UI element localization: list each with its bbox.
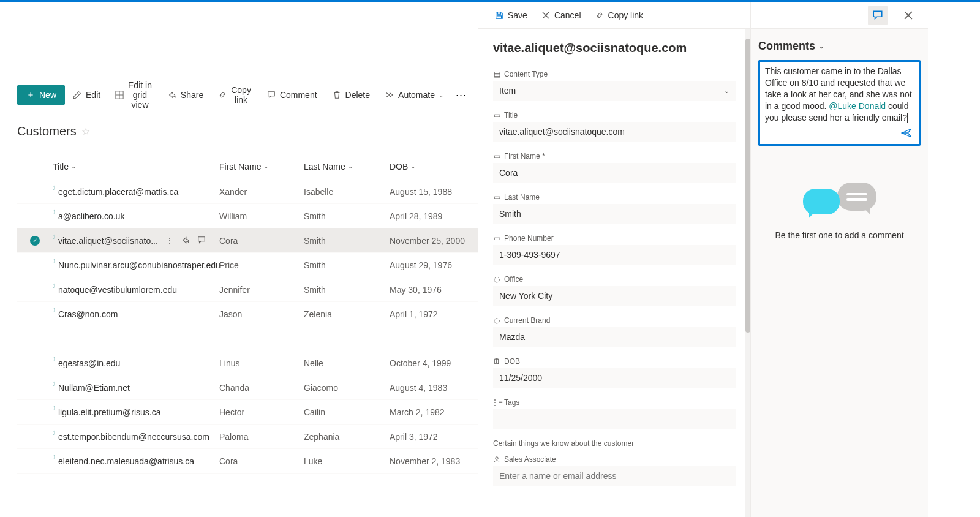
row-share-icon[interactable] [181, 236, 190, 246]
col-dob[interactable]: DOB⌄ [390, 162, 478, 172]
copy-link-button[interactable]: Copy link [589, 7, 650, 24]
sales-associate-input[interactable] [493, 466, 736, 486]
cancel-button[interactable]: Cancel [535, 7, 587, 24]
row-last-name: Smith [304, 285, 390, 295]
item-indicator-icon: ⤴ [53, 258, 56, 265]
row-title[interactable]: ligula.elit.pretium@risus.ca [58, 407, 161, 417]
list-toolbar: ＋ New Edit Edit in grid view Share [17, 81, 472, 108]
customers-table: Title⌄ First Name⌄ Last Name⌄ DOB⌄ ⤴eget… [17, 154, 478, 517]
comment-input-box[interactable]: This customer came in to the Dallas Offi… [758, 60, 921, 146]
row-dob: November 25, 2000 [390, 236, 478, 246]
row-title[interactable]: Cras@non.com [58, 309, 118, 319]
choice-icon: ◌ [493, 276, 500, 283]
automate-button[interactable]: Automate ⌄ [377, 86, 451, 104]
phone-input[interactable] [493, 245, 736, 265]
first-name-input[interactable] [493, 163, 736, 183]
row-title[interactable]: est.tempor.bibendum@neccursusa.com [58, 432, 209, 442]
col-last-name[interactable]: Last Name⌄ [304, 162, 390, 172]
comment-draft-text: This customer came in to the Dallas Offi… [765, 66, 914, 126]
table-row[interactable]: ⤴est.tempor.bibendum@neccursusa.comPalom… [17, 425, 478, 449]
item-indicator-icon: ⤴ [53, 308, 56, 314]
item-indicator-icon: ⤴ [53, 283, 56, 289]
item-indicator-icon: ⤴ [53, 185, 56, 191]
row-first-name: William [219, 211, 304, 221]
row-last-name: Zelenia [304, 309, 390, 319]
row-first-name: Cora [219, 456, 304, 466]
table-row[interactable]: ⤴Nunc.pulvinar.arcu@conubianostraper.edu… [17, 253, 478, 277]
dob-input[interactable] [493, 368, 736, 388]
title-input[interactable] [493, 122, 736, 142]
row-title[interactable]: vitae.aliquet@sociisnato... [58, 236, 158, 246]
table-row[interactable]: ⤴ligula.elit.pretium@risus.caHectorCaili… [17, 400, 478, 425]
col-first-name[interactable]: First Name⌄ [219, 162, 304, 172]
copy-link-button[interactable]: Copy link [211, 81, 259, 108]
field-label: Content Type [504, 70, 548, 78]
row-last-name: Isabelle [304, 187, 390, 197]
row-title[interactable]: Nullam@Etiam.net [58, 383, 130, 393]
pencil-icon [72, 90, 82, 100]
row-comment-icon[interactable] [197, 236, 206, 246]
text-icon: ▭ [493, 194, 500, 201]
more-button[interactable]: ··· [451, 86, 472, 104]
link-icon [595, 10, 605, 20]
chevron-down-icon: ⌄ [263, 163, 268, 170]
brand-input[interactable] [493, 327, 736, 347]
choice-icon: ◌ [493, 317, 500, 324]
table-row[interactable]: ⤴eget.dictum.placerat@mattis.caXanderIsa… [17, 179, 478, 204]
comment-icon [266, 90, 276, 100]
office-input[interactable] [493, 286, 736, 306]
item-indicator-icon: ⤴ [53, 209, 56, 216]
favorite-star-icon[interactable]: ☆ [81, 126, 90, 137]
chevron-down-icon: ⌄ [71, 163, 76, 170]
field-label: Phone Number [504, 234, 554, 243]
row-title[interactable]: Nunc.pulvinar.arcu@conubianostraper.edu [58, 260, 221, 270]
table-row[interactable]: ⤴Cras@non.comJasonZeleniaApril 1, 1972 [17, 302, 478, 326]
close-panel-button[interactable] [899, 6, 918, 25]
field-label: First Name * [504, 152, 545, 160]
row-last-name: Smith [304, 211, 390, 221]
comments-title[interactable]: Comments ⌄ [758, 40, 921, 53]
row-title[interactable]: a@aclibero.co.uk [58, 211, 124, 221]
detail-heading: vitae.aliquet@sociisnatoque.com [493, 41, 736, 55]
save-button[interactable]: Save [488, 7, 533, 24]
comment-button[interactable]: Comment [259, 86, 325, 104]
field-label: Sales Associate [504, 455, 556, 464]
scrollbar-thumb[interactable] [745, 39, 750, 333]
table-row[interactable]: ⤴Nullam@Etiam.netChandaGiacomoAugust 4, … [17, 375, 478, 400]
row-more-icon[interactable]: ⋮ [165, 236, 174, 246]
row-dob: October 4, 1999 [390, 358, 478, 368]
edit-grid-button[interactable]: Edit in grid view [108, 77, 160, 113]
row-title[interactable]: eleifend.nec.malesuada@atrisus.ca [58, 456, 194, 466]
col-title[interactable]: Title⌄ [53, 162, 219, 172]
row-title[interactable]: eget.dictum.placerat@mattis.ca [58, 187, 178, 197]
delete-button[interactable]: Delete [325, 86, 377, 104]
chevron-down-icon: ⌄ [439, 92, 443, 99]
table-row[interactable]: ⤴eleifend.nec.malesuada@atrisus.caCoraLu… [17, 449, 478, 474]
tags-icon: ⋮≡ [493, 399, 500, 406]
comments-toggle-button[interactable] [868, 6, 888, 25]
table-row[interactable]: ⤴egestas@in.eduLinusNelleOctober 4, 1999 [17, 351, 478, 375]
mention[interactable]: @Luke Donald [829, 101, 886, 111]
row-dob: November 2, 1983 [390, 456, 478, 466]
edit-button[interactable]: Edit [65, 86, 108, 104]
share-button[interactable]: Share [160, 86, 211, 104]
link-icon [218, 90, 227, 100]
send-comment-button[interactable] [899, 126, 914, 140]
table-row[interactable]: ✓⤴vitae.aliquet@sociisnato...⋮CoraSmithN… [17, 228, 478, 253]
row-first-name: Jason [219, 309, 304, 319]
table-row[interactable]: ⤴natoque@vestibulumlorem.eduJenniferSmit… [17, 277, 478, 302]
new-button[interactable]: ＋ New [17, 85, 65, 105]
field-label: Current Brand [504, 316, 550, 325]
row-title[interactable]: egestas@in.edu [58, 358, 120, 368]
field-label: DOB [504, 357, 520, 366]
field-label: Tags [504, 398, 519, 407]
row-first-name: Linus [219, 358, 304, 368]
last-name-input[interactable] [493, 204, 736, 224]
row-last-name: Luke [304, 456, 390, 466]
item-indicator-icon: ⤴ [53, 455, 56, 461]
content-type-select[interactable]: Item [493, 81, 736, 101]
column-headers: Title⌄ First Name⌄ Last Name⌄ DOB⌄ [17, 154, 478, 179]
row-title[interactable]: natoque@vestibulumlorem.edu [58, 285, 177, 295]
table-row[interactable]: ⤴a@aclibero.co.ukWilliamSmithApril 28, 1… [17, 204, 478, 228]
tags-input[interactable]: — [493, 409, 736, 429]
